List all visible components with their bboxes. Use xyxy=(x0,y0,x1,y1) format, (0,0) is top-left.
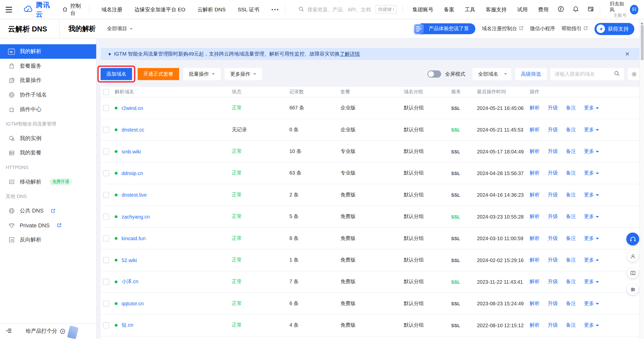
row-checkbox[interactable] xyxy=(103,148,109,154)
action-resolve[interactable]: 解析 xyxy=(530,105,540,111)
row-checkbox[interactable] xyxy=(103,214,109,220)
action-more-dropdown[interactable]: 更多 xyxy=(584,192,599,198)
sidebar-item-collaborative-subdomain[interactable]: 协作子域名 xyxy=(0,88,96,102)
action-more-dropdown[interactable]: 更多 xyxy=(584,170,599,177)
scrollbar-thumb[interactable] xyxy=(640,25,643,60)
row-checkbox[interactable] xyxy=(103,235,109,241)
link-tools[interactable]: 工具 xyxy=(465,6,475,13)
avatar[interactable]: 归 xyxy=(630,5,638,14)
ssl-service-badge[interactable]: SSL xyxy=(451,193,460,197)
row-checkbox[interactable] xyxy=(103,322,109,328)
sidebar-item-private-dns[interactable]: Private DNS xyxy=(0,218,96,233)
link-icp-filing[interactable]: 备案 xyxy=(444,6,455,13)
sidebar-item-my-instances[interactable]: 我的实例 xyxy=(0,131,96,146)
more-products-icon[interactable]: ••• xyxy=(271,7,279,13)
link-trial[interactable]: 试用 xyxy=(517,6,528,13)
link-group-account[interactable]: 集团账号 xyxy=(413,6,433,13)
select-all-checkbox[interactable] xyxy=(103,89,109,95)
ssl-service-badge[interactable]: SSL xyxy=(451,301,460,306)
sidebar-item-reverse-dns[interactable]: 反向解析 xyxy=(0,233,96,247)
action-more-dropdown[interactable]: 更多 xyxy=(584,322,599,329)
banner-detail-link[interactable]: 了解详情 xyxy=(340,51,360,57)
sidebar-item-plugin-center[interactable]: 插件中心 xyxy=(0,102,96,117)
ssl-service-badge[interactable]: SSL xyxy=(451,236,460,241)
tencent-cloud-logo[interactable]: 腾讯云 xyxy=(24,0,54,19)
action-upgrade[interactable]: 升级 xyxy=(548,300,558,307)
action-remark[interactable]: 备注 xyxy=(566,126,576,133)
action-remark[interactable]: 备注 xyxy=(566,170,576,177)
ssl-service-badge[interactable]: SSL xyxy=(451,279,460,284)
action-more-dropdown[interactable]: 更多 xyxy=(584,278,599,285)
domain-link[interactable]: ddnsip.cn xyxy=(122,171,143,176)
action-more-dropdown[interactable]: 更多 xyxy=(584,235,599,242)
domain-link[interactable]: r2wind.cn xyxy=(122,105,143,111)
ssl-service-badge[interactable]: SSL xyxy=(451,106,460,110)
batch-operations-dropdown[interactable]: 批量操作 xyxy=(183,68,221,80)
row-checkbox[interactable] xyxy=(103,170,109,176)
action-resolve[interactable]: 解析 xyxy=(530,192,540,198)
action-upgrade[interactable]: 升级 xyxy=(548,192,558,198)
ssl-service-badge[interactable]: SSL xyxy=(451,323,460,328)
nav-ssl[interactable]: SSL 证书 xyxy=(238,6,259,13)
link-billing[interactable]: 费用 xyxy=(538,6,549,13)
row-checkbox[interactable] xyxy=(103,301,109,307)
project-filter-dropdown[interactable]: 全部项目 xyxy=(107,25,133,32)
ssl-service-badge[interactable]: SSL xyxy=(451,258,460,263)
action-more-dropdown[interactable]: 更多 xyxy=(584,300,599,307)
action-upgrade[interactable]: 升级 xyxy=(548,213,558,220)
sidebar-item-mobile-dns[interactable]: 移动解析 免费开通 xyxy=(0,175,96,189)
action-upgrade[interactable]: 升级 xyxy=(548,278,558,285)
ssl-service-badge[interactable]: SSL xyxy=(451,171,460,176)
action-remark[interactable]: 备注 xyxy=(566,148,576,155)
nav-edge-one[interactable]: 边缘安全加速平台 EO xyxy=(135,6,185,13)
console-link[interactable]: 控制台 xyxy=(62,2,84,17)
action-upgrade[interactable]: 升级 xyxy=(548,148,558,155)
collapse-sidebar-icon[interactable] xyxy=(6,327,12,335)
customer-service-button[interactable] xyxy=(626,233,639,245)
row-checkbox[interactable] xyxy=(103,105,109,111)
domain-link[interactable]: qqtutor.cn xyxy=(122,301,144,306)
help-guide-link[interactable]: 帮助指引 xyxy=(561,25,588,32)
action-remark[interactable]: 备注 xyxy=(566,278,576,285)
domain-link[interactable]: 短.cn xyxy=(122,322,133,329)
notification-bell-icon[interactable] xyxy=(572,6,579,14)
wechat-mini-program-link[interactable]: 微信小程序 xyxy=(530,25,555,32)
action-resolve[interactable]: 解析 xyxy=(530,257,540,264)
action-resolve[interactable]: 解析 xyxy=(530,278,540,285)
ssl-service-badge[interactable]: SSL xyxy=(451,214,460,219)
action-resolve[interactable]: 解析 xyxy=(530,213,540,220)
action-upgrade[interactable]: 升级 xyxy=(548,257,558,264)
action-more-dropdown[interactable]: 更多 xyxy=(584,257,599,264)
action-remark[interactable]: 备注 xyxy=(566,322,576,329)
domain-link[interactable]: 52.wiki xyxy=(122,257,137,263)
domain-link[interactable]: dnstest.live xyxy=(122,192,147,198)
global-search-input[interactable] xyxy=(307,7,372,12)
nav-domain-registration[interactable]: 域名注册 xyxy=(101,6,122,13)
sidebar-item-my-dns[interactable]: w. 我的解析 xyxy=(0,44,96,59)
action-more-dropdown[interactable]: 更多 xyxy=(584,148,599,155)
sidebar-item-package-service[interactable]: 套餐服务 xyxy=(0,59,96,73)
action-resolve[interactable]: 解析 xyxy=(530,322,540,329)
support-ticket-icon[interactable] xyxy=(557,6,564,14)
action-more-dropdown[interactable]: 更多 xyxy=(584,126,599,133)
action-upgrade[interactable]: 升级 xyxy=(548,235,558,242)
column-settings-button[interactable] xyxy=(628,68,640,80)
link-customer-support[interactable]: 客服支持 xyxy=(486,6,507,13)
ssl-service-badge[interactable]: SSL xyxy=(451,127,460,132)
action-remark[interactable]: 备注 xyxy=(566,105,576,111)
domain-link[interactable]: 小泽.cn xyxy=(122,278,138,285)
action-resolve[interactable]: 解析 xyxy=(530,170,540,177)
fullscreen-toggle[interactable] xyxy=(427,70,441,78)
scrollbar-up-arrow[interactable] xyxy=(640,21,644,24)
hamburger-menu-icon[interactable] xyxy=(6,7,12,12)
action-remark[interactable]: 备注 xyxy=(566,235,576,242)
sidebar-item-my-packages[interactable]: 我的套餐 xyxy=(0,146,96,160)
sidebar-item-public-dns[interactable]: 公共 DNS xyxy=(0,204,96,218)
domain-filter-dropdown[interactable]: 全部域名 xyxy=(472,68,511,80)
domain-search-input[interactable] xyxy=(555,71,612,77)
add-domain-button[interactable]: 添加域名 xyxy=(101,68,132,80)
domain-link[interactable]: smb.wiki xyxy=(122,149,141,154)
action-more-dropdown[interactable]: 更多 xyxy=(584,105,599,111)
console-settings-icon[interactable] xyxy=(587,6,594,14)
row-checkbox[interactable] xyxy=(103,257,109,263)
